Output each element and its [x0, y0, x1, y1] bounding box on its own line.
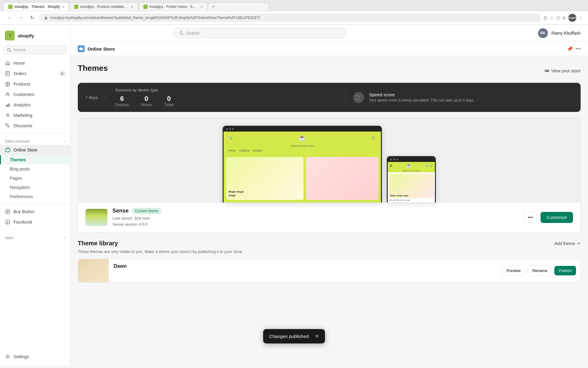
- page-header: Online Store 📌 •••: [70, 42, 588, 56]
- theme-last-saved: Last saved: Just now: [112, 215, 519, 221]
- sidebar-item-buy-button[interactable]: Buy Button: [0, 206, 70, 217]
- user-avatar[interactable]: RK: [538, 28, 548, 38]
- tab-label-1: moodjoy · Themes · Shopify: [14, 5, 60, 9]
- more-options-header-button[interactable]: •••: [575, 46, 581, 52]
- sidebar-item-facebook[interactable]: Facebook: [0, 217, 70, 227]
- extensions-icon[interactable]: ⬡: [556, 15, 560, 20]
- sidebar-item-home-label: Home: [13, 61, 25, 66]
- menu-icon[interactable]: ⋮: [579, 15, 583, 20]
- sidebar-item-customers[interactable]: Customers: [0, 89, 70, 100]
- sidebar-item-analytics[interactable]: Analytics: [0, 100, 70, 110]
- new-tab-button[interactable]: +: [208, 2, 269, 11]
- customize-button[interactable]: Customize: [541, 212, 573, 223]
- preview-nav-home: Home: [228, 149, 236, 152]
- toast-close-button[interactable]: ✕: [315, 333, 319, 339]
- browser-tab-2[interactable]: moodjoy · Product metafield d... ✕: [70, 2, 138, 11]
- stats-sessions: Sessions by device type 6 Desktop 0 Mobi…: [115, 88, 335, 107]
- preview-secondary-hero: Mugs mugs mugs: [389, 174, 434, 198]
- sidebar-subitem-themes[interactable]: Themes: [0, 155, 70, 164]
- theme-library-desc: These themes are only visible to you. Ma…: [78, 249, 581, 254]
- svg-line-2: [10, 51, 11, 52]
- theme-name: Sense: [112, 208, 129, 214]
- sidebar-divider-1: [0, 133, 70, 134]
- cast-icon[interactable]: ⊡: [544, 15, 547, 20]
- theme-more-options-button[interactable]: •••: [524, 212, 537, 223]
- online-store-breadcrumb-icon: [78, 45, 85, 52]
- back-button[interactable]: ←: [5, 14, 13, 22]
- sidebar-subitem-blog-posts[interactable]: Blog posts: [0, 164, 70, 174]
- speed-icon: [353, 92, 364, 103]
- current-theme-badge: Current theme: [132, 208, 161, 214]
- sidebar-divider-2: [0, 204, 70, 204]
- svg-point-7: [7, 93, 9, 94]
- eye-icon: [545, 68, 549, 73]
- preview-hero-left: Mugs mugsmugs: [226, 157, 303, 200]
- sidebar-item-online-store-label: Online Store: [13, 148, 37, 152]
- view-store-link[interactable]: View your store: [545, 68, 581, 73]
- stat-tablet-value: 0: [164, 95, 174, 103]
- theme-thumbnail: [85, 209, 107, 226]
- add-theme-button[interactable]: Add theme: [554, 241, 581, 246]
- main-content: Themes View your store 7 days: [70, 56, 588, 366]
- theme-version: Sense version 4.0.0: [112, 221, 519, 228]
- sidebar-subitem-preferences-label: Preferences: [10, 194, 33, 199]
- tab-close-2[interactable]: ✕: [131, 5, 134, 9]
- add-theme-label: Add theme: [554, 241, 575, 246]
- stat-mobile: 0 Mobile: [141, 95, 152, 107]
- preview-secondary-hero-text: Mugs mugs mugs: [390, 194, 409, 197]
- url-bar[interactable]: moodjoy.myshopify.com/admin/themes?publi…: [39, 14, 541, 22]
- sales-channels-section[interactable]: Sales channels ›: [0, 136, 70, 145]
- sidebar-item-orders[interactable]: Orders 1: [0, 68, 70, 79]
- dawn-name: Dawn: [114, 263, 127, 269]
- profile-icon[interactable]: ⊙: [562, 15, 566, 20]
- svg-rect-9: [7, 104, 8, 107]
- sidebar-subitem-pages[interactable]: Pages: [0, 174, 70, 183]
- incognito-label: Incognito: [566, 16, 579, 19]
- themes-header: Themes View your store: [78, 63, 581, 78]
- breadcrumb: Online Store: [78, 45, 115, 52]
- tab-close-1[interactable]: ✕: [62, 5, 64, 9]
- preview-logo-mug: ☕: [298, 134, 306, 141]
- sidebar-item-marketing[interactable]: Marketing: [0, 110, 70, 121]
- browser-tab-3[interactable]: moodjoy · Footer menu · Sho... ✕: [139, 2, 207, 11]
- sidebar-search[interactable]: Search: [4, 45, 66, 54]
- incognito-badge: Incognito: [568, 14, 576, 22]
- stat-tablet: 0 Tablet: [164, 95, 174, 107]
- dawn-rename-button[interactable]: Rename: [528, 266, 552, 276]
- facebook-icon: [5, 219, 10, 225]
- orders-icon: [5, 71, 10, 76]
- forward-button[interactable]: →: [17, 14, 25, 22]
- sidebar-subitem-preferences[interactable]: Preferences: [0, 192, 70, 201]
- sidebar-item-online-store[interactable]: Online Store: [0, 145, 70, 155]
- sidebar-subitem-themes-label: Themes: [10, 157, 26, 162]
- pin-button[interactable]: 📌: [567, 46, 573, 52]
- browser-tab-1[interactable]: moodjoy · Themes · Shopify ✕: [4, 2, 69, 11]
- stat-mobile-value: 0: [141, 95, 152, 103]
- breadcrumb-label: Online Store: [88, 46, 115, 52]
- sidebar-item-products[interactable]: Products: [0, 79, 70, 89]
- search-icon: [7, 48, 11, 52]
- sidebar-item-settings-label: Settings: [13, 354, 29, 359]
- preview-secondary-browser-bar: [388, 157, 435, 162]
- svg-rect-18: [79, 48, 83, 50]
- sidebar-item-settings[interactable]: Settings: [0, 351, 70, 362]
- dawn-thumbnail: [78, 259, 109, 282]
- tab-close-3[interactable]: ✕: [200, 5, 203, 9]
- topbar-search[interactable]: Search: [174, 28, 345, 38]
- bookmark-icon[interactable]: ☆: [550, 15, 554, 20]
- home-icon: [5, 60, 10, 66]
- products-icon: [5, 81, 10, 87]
- sidebar-item-discounts[interactable]: Discounts: [0, 121, 70, 131]
- user-initials: RK: [540, 31, 545, 35]
- sidebar-subitem-navigation[interactable]: Navigation: [0, 183, 70, 192]
- topbar-search-placeholder: Search: [186, 31, 199, 36]
- dawn-preview-button[interactable]: Preview: [502, 266, 525, 276]
- sidebar-item-home[interactable]: Home: [0, 58, 70, 68]
- dawn-info: Dawn: [109, 259, 498, 282]
- dawn-publish-button[interactable]: Publish: [554, 266, 576, 275]
- preview-store-tagline: Welcome to our store: [224, 144, 381, 148]
- apps-section[interactable]: Apps ›: [0, 232, 70, 241]
- topbar: Search RK Ramy Khuffash: [70, 25, 588, 42]
- toast-message: Changes published.: [269, 334, 310, 339]
- refresh-button[interactable]: ↻: [28, 13, 36, 22]
